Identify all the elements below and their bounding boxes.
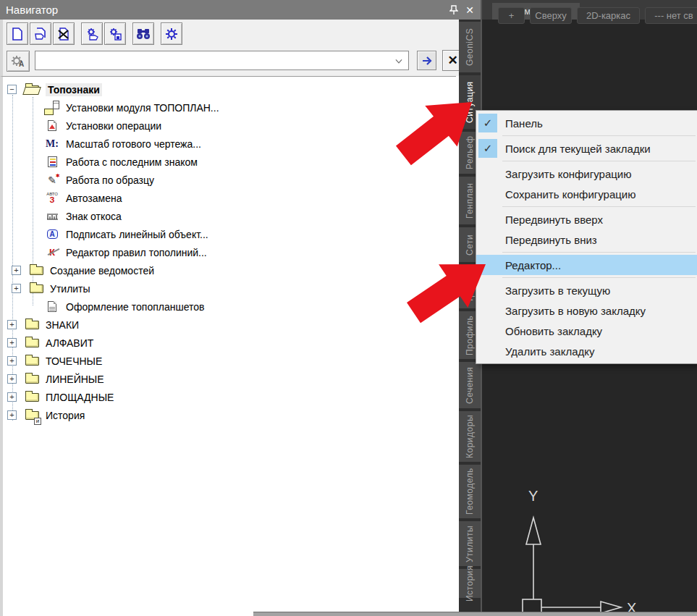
ucs-y-label: Y bbox=[528, 488, 538, 504]
menu-item-load-into-new-tab[interactable]: Загрузить в новую закладку bbox=[476, 300, 697, 321]
tab-utility[interactable]: Утилиты bbox=[459, 521, 481, 566]
tree-item-slope-sign[interactable]: Знак откоса bbox=[3, 207, 456, 225]
menu-separator bbox=[502, 206, 696, 207]
chevron-down-icon[interactable] bbox=[395, 58, 402, 65]
viewport-view-button[interactable]: Сверху bbox=[530, 7, 572, 24]
expand-icon[interactable]: + bbox=[7, 338, 17, 347]
expand-icon[interactable]: + bbox=[7, 374, 17, 384]
search-combobox[interactable] bbox=[35, 51, 409, 70]
navigator-toolbar: A ✕ bbox=[0, 20, 459, 76]
menu-item-label: Панель bbox=[505, 117, 543, 130]
tree-item-label: Редактор правил тополиний... bbox=[66, 247, 207, 258]
load-config-gear-folder-button[interactable] bbox=[81, 22, 103, 45]
menu-item-move-up[interactable]: Передвинуть вверх bbox=[476, 209, 697, 229]
viewport-visual-style-button[interactable]: 2D-каркас bbox=[577, 7, 640, 24]
tree-item-label: Установки модуля ТОПОПЛАН... bbox=[66, 102, 219, 114]
tree-item-last-sign[interactable]: Работа с последним знаком bbox=[3, 153, 456, 171]
find-binoculars-button[interactable] bbox=[132, 22, 154, 45]
tree-item-label: Подписать линейный объект... bbox=[66, 229, 208, 240]
menu-item-label: Обновить закладку bbox=[505, 325, 602, 337]
tree-item-label-linear[interactable]: A Подписать линейный объект... bbox=[3, 225, 456, 243]
tree-item-topoznaki[interactable]: − Топознаки bbox=[3, 80, 456, 98]
svg-text:A: A bbox=[19, 60, 24, 68]
search-go-button[interactable] bbox=[417, 51, 436, 70]
tab-istoriya[interactable]: История bbox=[459, 569, 481, 598]
tree-item-rules-editor[interactable]: К Редактор правил тополиний... bbox=[3, 243, 456, 261]
menu-item-panel[interactable]: ✓ Панель bbox=[476, 113, 697, 133]
folder-open-icon bbox=[23, 83, 41, 97]
expand-icon[interactable]: + bbox=[7, 356, 17, 366]
expand-icon[interactable]: + bbox=[7, 392, 17, 402]
menu-item-save-config[interactable]: Сохранить конфигурацию bbox=[476, 184, 697, 204]
delete-document-button[interactable] bbox=[53, 22, 75, 45]
tree-item-by-sample[interactable]: ✎ Работа по образцу bbox=[3, 171, 456, 189]
tab-geomodel[interactable]: Геомодель bbox=[459, 465, 481, 518]
tree-item-oformlenie[interactable]: Оформление топопланшетов bbox=[3, 298, 456, 316]
expander-spacer bbox=[28, 139, 37, 148]
open-document-button[interactable] bbox=[30, 22, 51, 45]
menu-item-load-into-current[interactable]: Загрузить в текущую bbox=[476, 280, 697, 300]
tree-item-label: Работа с последним знаком bbox=[66, 156, 198, 168]
expand-icon[interactable]: + bbox=[7, 320, 17, 329]
menu-item-label: Передвинуть вниз bbox=[505, 234, 597, 246]
scale-m-icon: M: bbox=[43, 137, 61, 151]
tree-item-ploshchadnye[interactable]: + ПЛОЩАДНЫЕ bbox=[3, 388, 456, 406]
menu-item-refresh-tab[interactable]: Обновить закладку bbox=[476, 321, 697, 341]
panel-close-icon[interactable]: ✕ bbox=[462, 3, 478, 17]
expand-icon[interactable]: + bbox=[12, 266, 21, 275]
menu-item-editor[interactable]: Редактор... bbox=[476, 255, 697, 275]
tree-item-utility[interactable]: + Утилиты bbox=[3, 279, 456, 298]
menu-item-search-current-tab[interactable]: ✓ Поиск для текущей закладки bbox=[476, 138, 697, 159]
tree-item-operation-settings[interactable]: Установки операции bbox=[3, 117, 456, 135]
expander-spacer bbox=[28, 193, 37, 203]
menu-item-label: Загрузить конфигурацию bbox=[505, 168, 631, 180]
arrow-right-icon bbox=[421, 56, 433, 66]
menu-item-load-config[interactable]: Загрузить конфигурацию bbox=[476, 164, 697, 184]
tab-secheniya[interactable]: Сечения bbox=[459, 362, 481, 408]
menu-item-label: Загрузить в новую закладку bbox=[505, 305, 646, 317]
expander-spacer bbox=[28, 211, 37, 221]
search-gear-a-button[interactable]: A bbox=[7, 51, 30, 72]
menu-item-delete-tab[interactable]: Удалить закладку bbox=[476, 341, 697, 361]
navigator-tree: − Топознаки Установки модуля ТОПОПЛАН...… bbox=[0, 76, 456, 616]
slope-sign-icon bbox=[43, 209, 61, 224]
tree-item-label: Знак откоса bbox=[66, 211, 122, 222]
search-row: A ✕ bbox=[7, 49, 459, 72]
tree-item-tochechnye[interactable]: + ТОЧЕЧНЫЕ bbox=[3, 352, 456, 370]
tree-item-lineynye[interactable]: + ЛИНЕЙНЫЕ bbox=[3, 370, 456, 388]
expand-icon[interactable]: + bbox=[7, 410, 17, 420]
folder-icon bbox=[23, 318, 41, 332]
tree-item-autoreplace[interactable]: АВТОЗ Автозамена bbox=[3, 189, 456, 207]
viewport-controls-button[interactable]: + bbox=[498, 7, 525, 24]
tree-item-module-settings[interactable]: Установки модуля ТОПОПЛАН... bbox=[3, 98, 456, 117]
menu-item-label: Удалить закладку bbox=[505, 345, 594, 358]
menu-item-label: Передвинуть вверх bbox=[505, 214, 603, 226]
save-config-gear-disk-button[interactable] bbox=[104, 22, 126, 45]
expand-icon[interactable]: + bbox=[12, 284, 21, 293]
pin-icon[interactable] bbox=[446, 3, 462, 17]
new-document-button[interactable] bbox=[7, 22, 28, 45]
tree-item-label: Оформление топопланшетов bbox=[66, 301, 205, 313]
menu-separator bbox=[502, 161, 696, 161]
folder-icon bbox=[28, 282, 45, 296]
menu-separator bbox=[502, 252, 696, 253]
tree-item-label: ПЛОЩАДНЫЕ bbox=[46, 392, 114, 403]
tree-item-znaki[interactable]: + ЗНАКИ bbox=[3, 316, 456, 334]
tree-item-istoriya[interactable]: + и История bbox=[3, 406, 456, 424]
menu-item-move-down[interactable]: Передвинуть вниз bbox=[476, 229, 697, 250]
collapse-icon[interactable]: − bbox=[7, 85, 17, 94]
expander-spacer bbox=[28, 302, 37, 311]
tree-item-alfavit[interactable]: + АЛФАВИТ bbox=[3, 334, 456, 352]
viewport-extra-button[interactable]: --- нет св bbox=[645, 7, 697, 24]
tab-koridory[interactable]: Коридоры bbox=[459, 411, 481, 462]
tree-item-label: Автозамена bbox=[66, 193, 122, 204]
menu-item-label: Загрузить в текущую bbox=[505, 284, 610, 297]
folder-icon bbox=[23, 354, 41, 368]
tree-item-vedomosti[interactable]: + Создание ведомостей bbox=[3, 261, 456, 279]
expander-spacer bbox=[28, 157, 37, 166]
tree-item-scale[interactable]: M: Масштаб готового чертежа... bbox=[3, 135, 456, 153]
tree-item-label: ЗНАКИ bbox=[46, 319, 79, 331]
settings-gear-button[interactable] bbox=[161, 22, 182, 45]
tab-geonics[interactable]: GeoniCS bbox=[459, 22, 481, 72]
expander-spacer bbox=[28, 121, 37, 130]
